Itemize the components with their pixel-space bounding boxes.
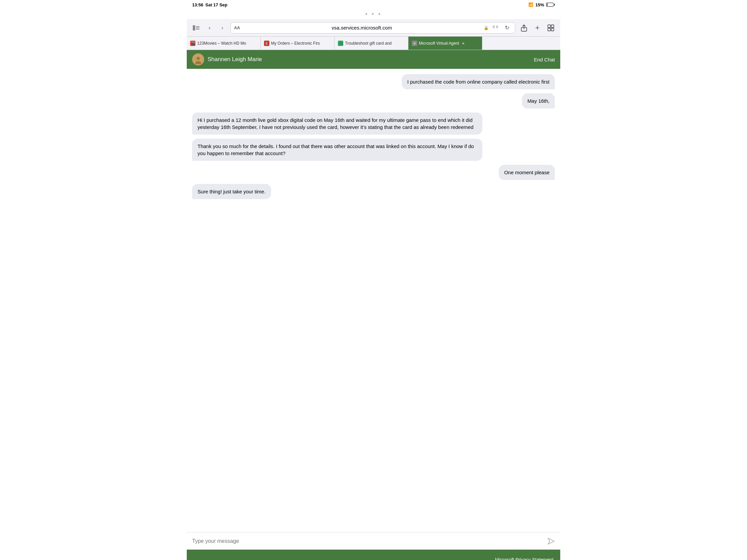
tab-title-tab1: 123Movies – Watch HD Mo: [197, 41, 246, 46]
battery-tip: [554, 4, 555, 6]
svg-rect-4: [493, 26, 495, 27]
battery-indicator: [546, 3, 555, 7]
message-row-m3: Hi I purchased a 12 month live gold xbox…: [192, 112, 555, 135]
message-row-m6: Sure thing! just take your time.: [192, 184, 555, 199]
address-bar: AA vsa.services.microsoft.com 🔒 ↻: [230, 22, 515, 33]
send-button[interactable]: [547, 537, 555, 545]
tab-favicon-tab1: 🎬: [190, 41, 196, 46]
tab-title-tab4: Microsoft Virtual Agent: [419, 41, 459, 46]
reader-button[interactable]: [491, 23, 500, 32]
chat-app: Shannen Leigh Marie End Chat I purchased…: [187, 50, 560, 550]
svg-rect-7: [496, 26, 498, 27]
svg-rect-12: [551, 25, 554, 28]
chat-input[interactable]: [192, 538, 544, 544]
message-bubble-m6: Sure thing! just take your time.: [192, 184, 271, 199]
svg-rect-6: [493, 28, 495, 28]
battery-percent: 15%: [535, 2, 544, 7]
message-bubble-m2: May 16th,: [522, 93, 555, 108]
tab-close-tab4[interactable]: ✕: [461, 41, 466, 46]
message-bubble-m5: One moment please: [499, 165, 555, 180]
wifi-icon: 📶: [529, 2, 533, 7]
time-display: 13:56: [192, 2, 203, 7]
back-button[interactable]: ‹: [205, 23, 214, 32]
battery-rect: [546, 3, 553, 7]
browser-toolbar: ‹ › AA vsa.services.microsoft.com 🔒 ↻ +: [187, 19, 560, 36]
battery-fill: [547, 3, 548, 6]
svg-rect-11: [548, 25, 550, 28]
browser-tab-tab1[interactable]: 🎬123Movies – Watch HD Mo: [187, 36, 261, 50]
aa-button[interactable]: AA: [234, 26, 240, 30]
svg-rect-5: [493, 27, 495, 27]
dots-indicator: • • •: [187, 9, 560, 19]
reload-button[interactable]: ↻: [502, 23, 512, 32]
status-bar: 13:56 Sat 17 Sep 📶 15%: [187, 0, 560, 9]
message-row-m1: I purchased the code from online company…: [192, 74, 555, 89]
forward-button[interactable]: ›: [218, 23, 227, 32]
tab-favicon-tab4: ✕: [412, 41, 417, 46]
svg-rect-9: [496, 28, 498, 28]
toolbar-right: +: [519, 23, 556, 33]
lock-icon: 🔒: [484, 26, 489, 30]
sidebar-button[interactable]: [191, 23, 202, 33]
status-right: 📶 15%: [529, 2, 555, 7]
end-chat-button[interactable]: End Chat: [534, 57, 555, 62]
browser-tab-tab2[interactable]: EMy Orders – Electronic Firs: [261, 36, 335, 50]
avatar: [192, 53, 204, 65]
svg-rect-14: [551, 28, 554, 31]
message-row-m4: Thank you so much for the details. I fou…: [192, 139, 555, 161]
browser-tab-tab3[interactable]: 🎮Troubleshoot gift card and: [335, 36, 408, 50]
message-bubble-m3: Hi I purchased a 12 month live gold xbox…: [192, 112, 482, 135]
chat-header: Shannen Leigh Marie End Chat: [187, 50, 560, 69]
browser-tabs: 🎬123Movies – Watch HD MoEMy Orders – Ele…: [187, 36, 560, 50]
message-bubble-m4: Thank you so much for the details. I fou…: [192, 139, 482, 161]
svg-rect-0: [193, 25, 195, 31]
chat-user-name: Shannen Leigh Marie: [208, 56, 534, 63]
message-row-m5: One moment please: [192, 165, 555, 180]
svg-rect-3: [196, 29, 200, 30]
share-button[interactable]: [519, 23, 529, 33]
url-display[interactable]: vsa.services.microsoft.com: [242, 25, 482, 31]
status-left: 13:56 Sat 17 Sep: [192, 2, 227, 7]
svg-rect-1: [196, 26, 200, 27]
tab-title-tab2: My Orders – Electronic Firs: [271, 41, 320, 46]
message-bubble-m1: I purchased the code from online company…: [402, 74, 555, 89]
chat-messages: I purchased the code from online company…: [187, 69, 560, 532]
new-tab-button[interactable]: +: [532, 23, 543, 33]
date-display: Sat 17 Sep: [205, 2, 227, 7]
browser-footer: Microsoft Privacy Statement: [187, 550, 560, 560]
message-row-m2: May 16th,: [192, 93, 555, 108]
svg-rect-13: [548, 28, 550, 31]
tabs-button[interactable]: [545, 23, 556, 33]
svg-rect-2: [196, 28, 200, 28]
svg-point-16: [197, 57, 200, 60]
tab-title-tab3: Troubleshoot gift card and: [345, 41, 392, 46]
svg-rect-8: [496, 27, 498, 27]
tab-favicon-tab3: 🎮: [338, 41, 343, 46]
browser-tab-tab4[interactable]: ✕Microsoft Virtual Agent✕: [408, 36, 482, 50]
tab-favicon-tab2: E: [264, 41, 269, 46]
privacy-link[interactable]: Microsoft Privacy Statement: [495, 557, 553, 560]
chat-input-area: [187, 532, 560, 550]
